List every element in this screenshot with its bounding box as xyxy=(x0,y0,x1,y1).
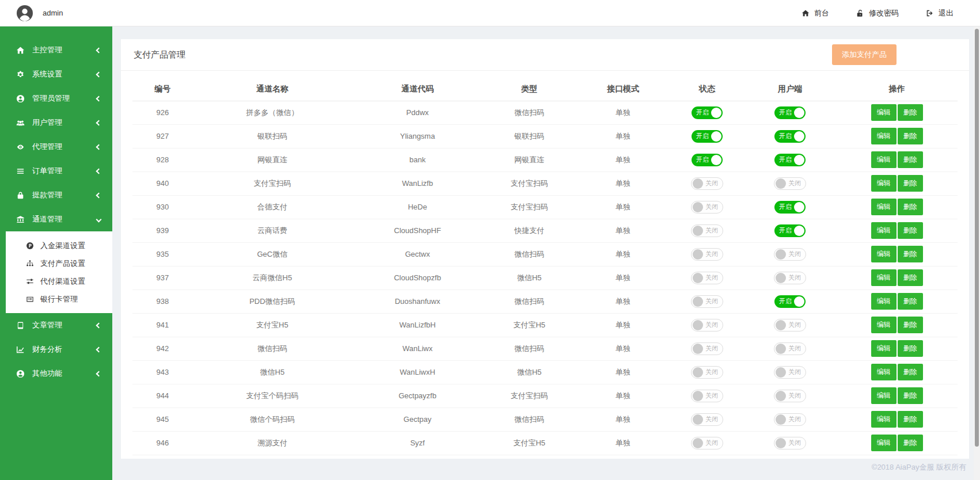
status-toggle-off[interactable]: 关闭 xyxy=(691,248,723,261)
sidebar-item[interactable]: 主控管理 xyxy=(0,38,112,62)
column-header: 状态 xyxy=(670,78,744,101)
client-toggle-off[interactable]: 关闭 xyxy=(774,366,806,379)
edit-button[interactable]: 编辑 xyxy=(871,387,897,404)
delete-button[interactable]: 删除 xyxy=(898,435,923,451)
toggle-label: 开启 xyxy=(779,226,792,235)
edit-button[interactable]: 编辑 xyxy=(871,340,897,357)
delete-button[interactable]: 删除 xyxy=(898,411,923,428)
status-toggle-off[interactable]: 关闭 xyxy=(691,272,723,284)
delete-button[interactable]: 删除 xyxy=(898,151,923,168)
delete-button[interactable]: 删除 xyxy=(898,364,923,380)
status-toggle-on[interactable]: 开启 xyxy=(692,130,723,143)
delete-button[interactable]: 删除 xyxy=(898,246,923,262)
submenu-item[interactable]: 支付产品设置 xyxy=(6,254,112,272)
client-toggle-off[interactable]: 关闭 xyxy=(774,342,806,355)
topbar-nav-item[interactable]: 前台 xyxy=(802,8,829,18)
edit-button[interactable]: 编辑 xyxy=(871,317,897,333)
user-menu[interactable]: admin xyxy=(17,5,63,21)
edit-button[interactable]: 编辑 xyxy=(871,269,897,286)
status-toggle-off[interactable]: 关闭 xyxy=(691,224,723,237)
client-toggle-off[interactable]: 关闭 xyxy=(774,248,806,261)
sidebar-item[interactable]: 提款管理 xyxy=(0,183,112,207)
cell-id: 930 xyxy=(132,195,193,219)
status-toggle-off[interactable]: 关闭 xyxy=(691,342,723,355)
chevron-left-icon xyxy=(96,192,102,198)
sliders-icon xyxy=(25,277,35,285)
delete-button[interactable]: 删除 xyxy=(898,104,923,121)
submenu-item[interactable]: 代付渠道设置 xyxy=(6,272,112,290)
cell-id: 926 xyxy=(132,101,193,124)
edit-button[interactable]: 编辑 xyxy=(871,222,897,239)
sidebar-item[interactable]: 管理员管理 xyxy=(0,86,112,111)
delete-button[interactable]: 删除 xyxy=(898,199,923,215)
client-toggle-off[interactable]: 关闭 xyxy=(774,413,806,426)
status-toggle-off[interactable]: 关闭 xyxy=(691,295,723,308)
client-toggle-off[interactable]: 关闭 xyxy=(774,390,806,402)
client-toggle-on[interactable]: 开启 xyxy=(774,295,806,308)
submenu-item[interactable]: 入金渠道设置 xyxy=(6,237,112,254)
delete-button[interactable]: 删除 xyxy=(898,293,923,310)
scrollbar-thumb[interactable] xyxy=(975,29,979,447)
client-toggle-on[interactable]: 开启 xyxy=(774,201,806,214)
edit-button[interactable]: 编辑 xyxy=(871,175,897,192)
client-toggle-on[interactable]: 开启 xyxy=(774,154,806,166)
status-toggle-off[interactable]: 关闭 xyxy=(691,177,723,190)
toggle-label: 开启 xyxy=(696,155,709,164)
cell-mode: 单独 xyxy=(575,431,670,455)
sidebar-item[interactable]: 代理管理 xyxy=(0,135,112,159)
delete-button[interactable]: 删除 xyxy=(898,340,923,357)
edit-button[interactable]: 编辑 xyxy=(871,435,897,451)
user-circle-icon xyxy=(16,94,25,103)
status-toggle-off[interactable]: 关闭 xyxy=(691,201,723,214)
page-scrollbar[interactable] xyxy=(974,26,980,480)
delete-button[interactable]: 删除 xyxy=(898,128,923,144)
sidebar-item[interactable]: 文章管理 xyxy=(0,313,112,337)
submenu-item[interactable]: 银行卡管理 xyxy=(6,290,112,308)
status-toggle-off[interactable]: 关闭 xyxy=(691,413,723,426)
delete-button[interactable]: 删除 xyxy=(898,387,923,404)
status-toggle-off[interactable]: 关闭 xyxy=(691,319,723,332)
status-toggle-off[interactable]: 关闭 xyxy=(691,366,723,379)
delete-button[interactable]: 删除 xyxy=(898,317,923,333)
sidebar-item[interactable]: 用户管理 xyxy=(0,111,112,135)
edit-button[interactable]: 编辑 xyxy=(871,293,897,310)
status-toggle-on[interactable]: 开启 xyxy=(692,106,723,119)
edit-button[interactable]: 编辑 xyxy=(871,411,897,428)
client-toggle-on[interactable]: 开启 xyxy=(774,224,806,237)
edit-button[interactable]: 编辑 xyxy=(871,128,897,144)
client-toggle-off[interactable]: 关闭 xyxy=(774,319,806,332)
delete-button[interactable]: 删除 xyxy=(898,222,923,239)
cell-actions: 编辑删除 xyxy=(836,384,958,407)
client-toggle-off[interactable]: 关闭 xyxy=(774,437,806,449)
edit-button[interactable]: 编辑 xyxy=(871,364,897,380)
client-toggle-off[interactable]: 关闭 xyxy=(774,177,806,190)
topbar-nav-item[interactable]: 修改密码 xyxy=(856,8,899,18)
status-toggle-on[interactable]: 开启 xyxy=(692,154,723,166)
edit-button[interactable]: 编辑 xyxy=(871,199,897,215)
sidebar-item[interactable]: 订单管理 xyxy=(0,159,112,183)
cell-id: 941 xyxy=(132,313,193,337)
client-toggle-on[interactable]: 开启 xyxy=(774,130,806,143)
toggle-label: 开启 xyxy=(779,108,792,117)
delete-button[interactable]: 删除 xyxy=(898,269,923,286)
topbar-nav-item[interactable]: 退出 xyxy=(926,8,954,18)
client-toggle-on[interactable]: 开启 xyxy=(774,106,806,119)
status-toggle-off[interactable]: 关闭 xyxy=(691,390,723,402)
client-toggle-off[interactable]: 关闭 xyxy=(774,272,806,284)
sidebar-item[interactable]: 其他功能 xyxy=(0,361,112,386)
add-payment-product-button[interactable]: 添加支付产品 xyxy=(832,44,897,65)
edit-button[interactable]: 编辑 xyxy=(871,246,897,262)
edit-button[interactable]: 编辑 xyxy=(871,151,897,168)
sidebar-item[interactable]: 通道管理 xyxy=(0,207,112,231)
cell-type: 支付宝H5 xyxy=(483,431,575,455)
sidebar-item[interactable]: 系统设置 xyxy=(0,62,112,86)
status-toggle-off[interactable]: 关闭 xyxy=(691,437,723,449)
sidebar-item[interactable]: 财务分析 xyxy=(0,337,112,361)
cell-channel-code: bank xyxy=(352,148,483,172)
cell-status: 开启 xyxy=(670,148,744,172)
edit-button[interactable]: 编辑 xyxy=(871,104,897,121)
cell-channel-code: Pddwx xyxy=(352,101,483,124)
delete-button[interactable]: 删除 xyxy=(898,175,923,192)
cell-channel-code: HeDe xyxy=(352,195,483,219)
chevron-left-icon xyxy=(96,371,102,376)
